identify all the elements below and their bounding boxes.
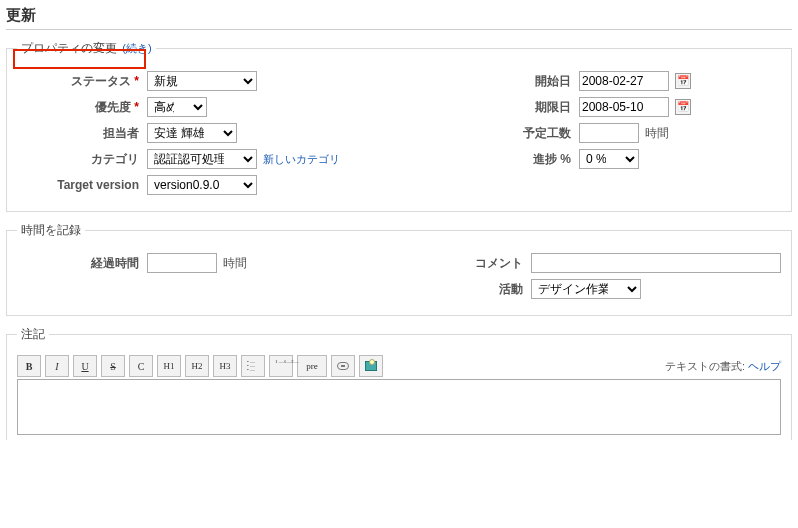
link-button[interactable]: [331, 355, 355, 377]
elapsed-input[interactable]: [147, 253, 217, 273]
notes-textarea[interactable]: [17, 379, 781, 435]
elapsed-unit: 時間: [223, 255, 247, 272]
code-button[interactable]: C: [129, 355, 153, 377]
properties-legend-text: プロパティの変更: [21, 41, 117, 55]
notes-legend: 注記: [17, 326, 49, 343]
bold-button[interactable]: B: [17, 355, 41, 377]
help-link[interactable]: ヘルプ: [748, 360, 781, 372]
due-date-label: 期限日: [399, 99, 579, 116]
notes-fieldset: 注記 B I U S C H1 H2 H3 pre テキストの書式: ヘルプ: [6, 326, 792, 440]
comment-label: コメント: [351, 255, 531, 272]
est-hours-input[interactable]: [579, 123, 639, 143]
target-version-select[interactable]: version0.9.0: [147, 175, 257, 195]
format-help: テキストの書式: ヘルプ: [665, 359, 781, 374]
ul-icon: [247, 361, 259, 371]
properties-fieldset: プロパティの変更 (続き) ステータス* 新規 優先度* 高め 担当者 安達 輝…: [6, 40, 792, 212]
start-date-input[interactable]: [579, 71, 669, 91]
activity-select[interactable]: デザイン作業: [531, 279, 641, 299]
image-button[interactable]: [359, 355, 383, 377]
pre-button[interactable]: pre: [297, 355, 327, 377]
target-version-label: Target version: [17, 178, 147, 192]
status-label: ステータス*: [17, 73, 147, 90]
new-category-link[interactable]: 新しいカテゴリ: [263, 152, 340, 167]
link-icon: [337, 362, 349, 370]
due-date-input[interactable]: [579, 97, 669, 117]
h1-button[interactable]: H1: [157, 355, 181, 377]
progress-select[interactable]: 0 %: [579, 149, 639, 169]
assignee-label: 担当者: [17, 125, 147, 142]
time-fieldset: 時間を記録 経過時間 時間 コメント 活動 デザイン作業: [6, 222, 792, 316]
start-date-label: 開始日: [399, 73, 579, 90]
time-legend: 時間を記録: [17, 222, 85, 239]
est-hours-unit: 時間: [645, 125, 669, 142]
calendar-icon[interactable]: 📅: [675, 73, 691, 89]
assignee-select[interactable]: 安達 輝雄: [147, 123, 237, 143]
category-select[interactable]: 認証認可処理: [147, 149, 257, 169]
priority-select[interactable]: 高め: [147, 97, 207, 117]
ul-button[interactable]: [241, 355, 265, 377]
calendar-icon[interactable]: 📅: [675, 99, 691, 115]
priority-label: 優先度*: [17, 99, 147, 116]
elapsed-label: 経過時間: [17, 255, 147, 272]
comment-input[interactable]: [531, 253, 781, 273]
ol-icon: [275, 361, 287, 371]
properties-more-link[interactable]: (続き): [122, 42, 151, 54]
progress-label: 進捗 %: [399, 151, 579, 168]
ol-button[interactable]: [269, 355, 293, 377]
est-hours-label: 予定工数: [399, 125, 579, 142]
status-select[interactable]: 新規: [147, 71, 257, 91]
image-icon: [365, 361, 377, 371]
editor-toolbar: B I U S C H1 H2 H3 pre テキストの書式: ヘルプ: [17, 355, 781, 377]
page-title: 更新: [6, 6, 792, 30]
activity-label: 活動: [351, 281, 531, 298]
strike-button[interactable]: S: [101, 355, 125, 377]
category-label: カテゴリ: [17, 151, 147, 168]
h3-button[interactable]: H3: [213, 355, 237, 377]
italic-button[interactable]: I: [45, 355, 69, 377]
properties-legend: プロパティの変更 (続き): [17, 40, 156, 57]
h2-button[interactable]: H2: [185, 355, 209, 377]
underline-button[interactable]: U: [73, 355, 97, 377]
